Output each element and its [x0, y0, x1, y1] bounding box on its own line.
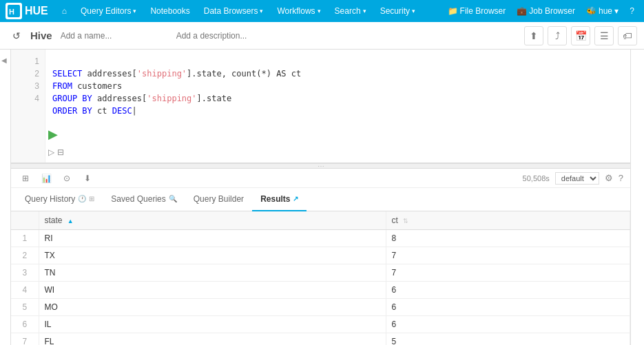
cell-state: IL — [39, 316, 386, 333]
tag-button[interactable]: 🏷 — [618, 26, 637, 45]
query-history-clock-icon: 🕐 — [78, 195, 86, 202]
cell-state: WI — [39, 282, 386, 299]
query-description-input[interactable] — [172, 28, 284, 43]
nav-home[interactable]: ⌂ — [56, 0, 72, 22]
nav-right-section: 📁 File Browser 💼 Job Browser 🐝 hue ▾ ? — [444, 0, 638, 22]
ct-sort-icon[interactable] — [403, 218, 408, 224]
nav-search-arrow: ▾ — [363, 8, 366, 14]
file-browser-label: File Browser — [460, 6, 506, 16]
history-back-button[interactable]: ↺ — [7, 26, 26, 45]
tab-query-builder[interactable]: Query Builder — [185, 188, 252, 211]
execution-time: 50,508s — [523, 174, 550, 182]
tab-query-history[interactable]: Query History 🕐 ⊞ — [17, 188, 103, 211]
back-icon: ↺ — [12, 30, 21, 41]
upload-icon: ⬆ — [530, 30, 538, 41]
nav-search[interactable]: Search ▾ — [329, 0, 372, 22]
logo-text: HUE — [25, 5, 48, 17]
download-icon: ⊙ — [63, 174, 70, 183]
nav-security-label: Security — [380, 6, 410, 16]
resize-handle[interactable]: ⋯ — [11, 163, 630, 169]
saved-queries-label: Saved Queries — [111, 194, 165, 204]
col-state-label: state — [45, 216, 63, 225]
svg-text:H: H — [9, 8, 14, 16]
help-query-icon[interactable]: ? — [619, 173, 623, 183]
cell-state: FL — [39, 333, 386, 346]
cell-num: 1 — [11, 230, 39, 247]
tab-results[interactable]: Results ↗ — [252, 188, 307, 211]
nav-query-editors[interactable]: Query Editors ▾ — [75, 0, 142, 22]
expand-editor-button[interactable]: ▷ — [48, 147, 54, 157]
editor-bottom-buttons: ▷ ⊟ — [48, 147, 64, 157]
run-button[interactable]: ▶ — [48, 127, 58, 142]
collapse-editor-button[interactable]: ⊟ — [57, 147, 64, 157]
grid-icon: ⊞ — [22, 174, 29, 183]
cell-num: 4 — [11, 282, 39, 299]
cell-state: MO — [39, 299, 386, 316]
app-toolbar: ↺ Hive ⬆ ⤴ 📅 ☰ 🏷 — [0, 22, 644, 50]
download-button[interactable]: ⊙ — [59, 171, 74, 186]
cell-num: 7 — [11, 333, 39, 346]
table-row: 1 RI 8 — [11, 230, 630, 247]
table-row: 7 FL 5 — [11, 333, 630, 346]
editor-content[interactable]: SELECT addresses['shipping'].state, coun… — [45, 50, 630, 123]
nav-data-browsers[interactable]: Data Browsers ▾ — [198, 0, 269, 22]
export-icon: ⬇ — [84, 174, 91, 183]
state-sort-icon[interactable] — [67, 218, 74, 224]
share-icon: ⤴ — [555, 30, 560, 41]
cell-num: 3 — [11, 264, 39, 282]
table-row: 4 WI 6 — [11, 282, 630, 299]
sidebar-toggle-button[interactable]: ◀ — [1, 56, 10, 65]
table-row: 3 TN 7 — [11, 264, 630, 282]
line-number-2: 2 — [11, 67, 45, 80]
editor-gutter: 1 2 3 4 — [11, 50, 45, 163]
nav-notebooks-label: Notebooks — [150, 6, 189, 16]
table-row: 5 MO 6 — [11, 299, 630, 316]
line-number-4: 4 — [11, 92, 45, 105]
help-button[interactable]: ? — [625, 0, 638, 22]
chart-view-button[interactable]: 📊 — [39, 171, 54, 186]
nav-workflows[interactable]: Workflows ▾ — [271, 0, 326, 22]
database-selector[interactable]: default — [555, 172, 599, 185]
nav-query-editors-arrow: ▾ — [133, 8, 136, 14]
sql-editor: 1 2 3 4 SELECT addresses['shipping'].sta… — [11, 50, 630, 163]
job-browser-nav[interactable]: 💼 Job Browser — [512, 0, 579, 22]
grid-view-button[interactable]: ⊞ — [18, 171, 33, 186]
col-header-ct[interactable]: ct — [386, 211, 630, 230]
app-title: Hive — [30, 30, 52, 41]
line-number-3: 3 — [11, 80, 45, 92]
file-button[interactable]: ☰ — [594, 26, 614, 45]
job-browser-icon: 💼 — [517, 6, 527, 16]
file-browser-icon: 📁 — [448, 6, 458, 16]
file-browser-nav[interactable]: 📁 File Browser — [444, 0, 510, 22]
cell-ct: 6 — [386, 282, 630, 299]
cell-ct: 6 — [386, 299, 630, 316]
nav-security-arrow: ▾ — [412, 8, 415, 14]
results-area[interactable]: state ct 1 RI 8 2 TX 7 3 TN 7 — [11, 211, 630, 345]
home-icon: ⌂ — [62, 6, 67, 16]
query-history-grid-icon: ⊞ — [89, 195, 94, 202]
main-area: ◀ 1 2 3 4 SELECT addresses['shipping'].s… — [0, 50, 644, 345]
schedule-button[interactable]: 📅 — [571, 26, 590, 45]
nav-notebooks[interactable]: Notebooks — [145, 0, 195, 22]
table-row: 6 IL 6 — [11, 316, 630, 333]
nav-query-editors-label: Query Editors — [81, 6, 131, 16]
tab-saved-queries[interactable]: Saved Queries 🔍 — [103, 188, 185, 211]
nav-security[interactable]: Security ▾ — [375, 0, 421, 22]
col-header-state[interactable]: state — [39, 211, 386, 230]
col-header-num[interactable] — [11, 211, 39, 230]
cell-state: TX — [39, 247, 386, 264]
user-menu[interactable]: 🐝 hue ▾ — [582, 0, 623, 22]
cell-state: RI — [39, 230, 386, 247]
upload-button[interactable]: ⬆ — [524, 26, 543, 45]
export-button[interactable]: ⬇ — [80, 171, 95, 186]
app-logo[interactable]: H HUE — [6, 3, 48, 19]
settings-icon[interactable]: ⚙ — [605, 173, 613, 183]
top-navigation: H HUE ⌂ Query Editors ▾ Notebooks Data B… — [0, 0, 644, 22]
right-sidebar — [630, 50, 644, 345]
share-button[interactable]: ⤴ — [548, 26, 567, 45]
user-icon: 🐝 — [586, 6, 596, 16]
query-status-bar: ⊞ 📊 ⊙ ⬇ 50,508s default ⚙ ? — [11, 169, 630, 188]
cell-ct: 7 — [386, 247, 630, 264]
query-name-input[interactable] — [56, 28, 168, 43]
results-label: Results — [260, 194, 290, 204]
